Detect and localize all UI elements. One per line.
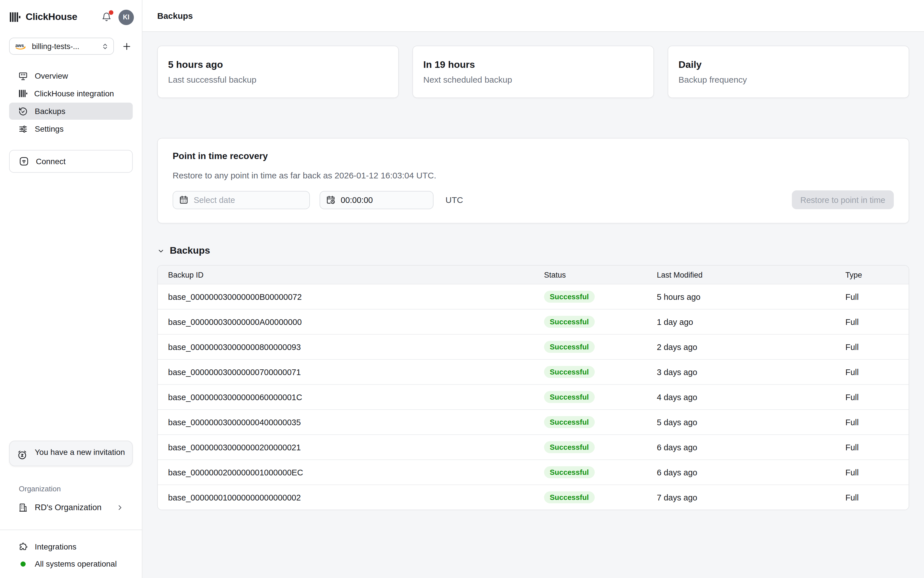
- calendar-icon: [179, 195, 189, 205]
- date-input[interactable]: [194, 195, 304, 205]
- connect-label: Connect: [36, 157, 66, 166]
- last-modified-cell: 5 days ago: [647, 417, 835, 427]
- sidebar-item-label: Backups: [35, 107, 65, 116]
- column-header-type: Type: [835, 271, 909, 279]
- sidebar: ClickHouse KI aws bi: [0, 0, 142, 578]
- status-badge: Successful: [544, 466, 594, 478]
- type-cell: Full: [835, 468, 909, 477]
- last-modified-cell: 6 days ago: [647, 443, 835, 452]
- type-cell: Full: [835, 443, 909, 452]
- pitr-description: Restore to any point in time as far back…: [173, 170, 894, 180]
- building-icon: [18, 502, 28, 512]
- content: 5 hours ago Last successful backup In 19…: [142, 32, 924, 578]
- sidebar-item-label: ClickHouse integration: [34, 89, 114, 98]
- chevron-updown-icon: [101, 42, 109, 50]
- integrations-label: Integrations: [35, 542, 76, 551]
- chevron-right-icon: [116, 503, 124, 511]
- backups-section-toggle[interactable]: Backups: [157, 245, 909, 257]
- clickhouse-logo-icon: [9, 11, 21, 23]
- invitation-text: You have a new invitation: [35, 446, 125, 458]
- table-row[interactable]: base_000000030000000A00000000 Successful…: [158, 309, 909, 334]
- history-icon: [18, 106, 28, 116]
- card-value: In 19 hours: [423, 59, 643, 71]
- summary-cards: 5 hours ago Last successful backup In 19…: [157, 45, 909, 98]
- organization-name: RD's Organization: [35, 503, 101, 512]
- bars-icon: [18, 89, 28, 98]
- integrations-link[interactable]: Integrations: [9, 538, 133, 555]
- status-badge: Successful: [544, 416, 594, 428]
- last-modified-cell: 5 hours ago: [647, 292, 835, 301]
- type-cell: Full: [835, 393, 909, 401]
- backup-id-cell: base_0000000200000001000000EC: [158, 468, 534, 477]
- sidebar-item-clickhouse-integration[interactable]: ClickHouse integration: [9, 85, 133, 102]
- type-cell: Full: [835, 417, 909, 427]
- clickhouse-console: ClickHouse KI aws bi: [0, 0, 924, 578]
- backup-id-cell: base_000000030000000B00000072: [158, 292, 534, 301]
- sliders-icon: [18, 124, 28, 134]
- invitation-banner[interactable]: You have a new invitation: [9, 441, 133, 466]
- time-input[interactable]: [341, 195, 427, 205]
- connect-button[interactable]: Connect: [9, 150, 133, 173]
- page-title: Backups: [157, 11, 193, 21]
- type-cell: Full: [835, 292, 909, 301]
- organization-row[interactable]: RD's Organization: [9, 499, 133, 516]
- chevron-down-icon: [157, 247, 165, 255]
- backup-id-cell: base_000000030000000800000093: [158, 342, 534, 351]
- type-cell: Full: [835, 317, 909, 326]
- page-header: Backups: [142, 0, 924, 32]
- date-picker[interactable]: [173, 191, 310, 209]
- table-row[interactable]: base_00000003000000060000001C Successful…: [158, 384, 909, 409]
- column-header-backup-id: Backup ID: [158, 271, 534, 279]
- backup-id-cell: base_000000030000000400000035: [158, 417, 534, 427]
- sidebar-item-overview[interactable]: Overview: [9, 67, 133, 84]
- sidebar-item-settings[interactable]: Settings: [9, 120, 133, 137]
- restore-button[interactable]: Restore to point in time: [792, 190, 894, 209]
- type-cell: Full: [835, 367, 909, 377]
- table-row[interactable]: base_000000030000000400000035 Successful…: [158, 409, 909, 434]
- backups-table: Backup ID Status Last Modified Type base…: [157, 265, 909, 510]
- card-label: Last successful backup: [168, 75, 388, 84]
- sidebar-item-backups[interactable]: Backups: [9, 102, 133, 120]
- table-row[interactable]: base_0000000200000001000000EC Successful…: [158, 459, 909, 484]
- table-header-row: Backup ID Status Last Modified Type: [158, 266, 909, 284]
- status-text: All systems operational: [35, 559, 117, 568]
- time-picker[interactable]: [320, 191, 434, 209]
- backup-id-cell: base_000000030000000700000071: [158, 367, 534, 377]
- aws-icon: aws: [15, 42, 28, 51]
- backup-id-cell: base_000000030000000200000021: [158, 443, 534, 452]
- presentation-icon: [18, 71, 28, 81]
- connect-icon: [19, 156, 29, 166]
- table-row[interactable]: base_000000030000000700000071 Successful…: [158, 359, 909, 384]
- card-backup-frequency: Daily Backup frequency: [668, 45, 909, 98]
- avatar[interactable]: KI: [118, 10, 134, 25]
- status-badge: Successful: [544, 341, 594, 353]
- service-selector[interactable]: aws billing-tests-...: [9, 37, 114, 55]
- last-modified-cell: 6 days ago: [647, 468, 835, 477]
- system-status-link[interactable]: All systems operational: [9, 555, 133, 572]
- main-area: Backups 5 hours ago Last successful back…: [142, 0, 924, 578]
- backup-id-cell: base_000000010000000000000002: [158, 493, 534, 502]
- status-dot: [21, 561, 26, 566]
- sidebar-nav: Overview ClickHouse integration: [0, 67, 142, 137]
- timezone-label: UTC: [445, 195, 463, 205]
- sidebar-item-label: Overview: [35, 71, 68, 80]
- status-badge: Successful: [544, 441, 594, 453]
- last-modified-cell: 2 days ago: [647, 342, 835, 351]
- notifications-button[interactable]: [100, 11, 113, 23]
- point-in-time-recovery-card: Point in time recovery Restore to any po…: [157, 138, 909, 224]
- puzzle-icon: [18, 542, 28, 552]
- table-row[interactable]: base_000000030000000200000021 Successful…: [158, 434, 909, 459]
- table-row[interactable]: base_000000030000000800000093 Successful…: [158, 334, 909, 359]
- column-header-last-modified: Last Modified: [647, 271, 835, 279]
- svg-text:aws: aws: [15, 43, 24, 48]
- last-modified-cell: 7 days ago: [647, 493, 835, 502]
- card-value: Daily: [678, 59, 898, 71]
- table-row[interactable]: base_000000030000000B00000072 Successful…: [158, 284, 909, 309]
- service-selector-label: billing-tests-...: [32, 42, 97, 50]
- table-row[interactable]: base_000000010000000000000002 Successful…: [158, 484, 909, 510]
- add-service-button[interactable]: [120, 40, 133, 52]
- logo-row: ClickHouse KI: [0, 0, 142, 26]
- calendar-clock-icon: [326, 195, 335, 205]
- backup-id-cell: base_00000003000000060000001C: [158, 393, 534, 401]
- card-value: 5 hours ago: [168, 59, 388, 71]
